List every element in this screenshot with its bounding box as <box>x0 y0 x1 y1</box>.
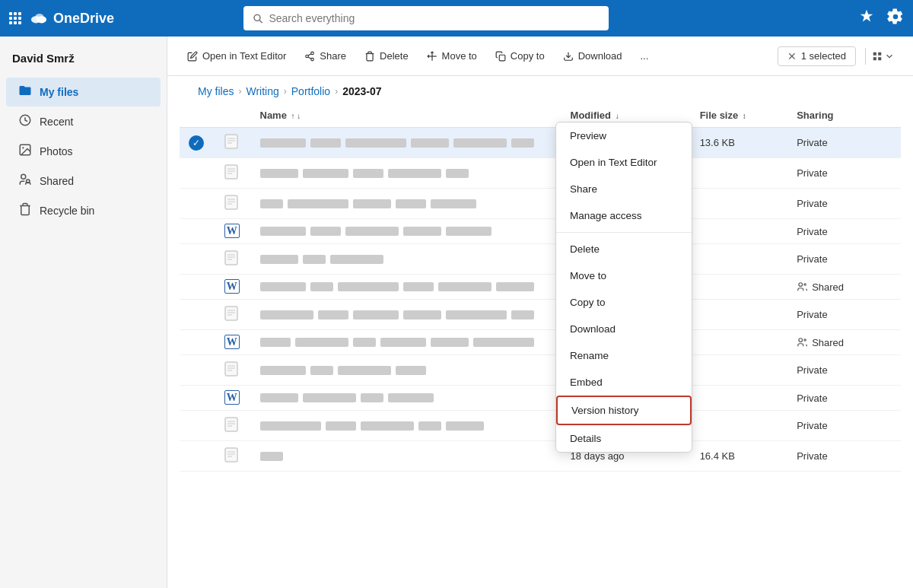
row-check[interactable] <box>180 275 215 300</box>
open-text-editor-button[interactable]: Open in Text Editor <box>180 46 294 66</box>
table-row[interactable]: Wxxxxxx19 hours agoShared <box>180 330 901 355</box>
file-name-text: x <box>330 255 383 264</box>
ctx-item-open-text-editor[interactable]: Open in Text Editor <box>556 149 692 176</box>
file-name-cell[interactable]: xxxxx <box>251 189 561 219</box>
sidebar-item-recycle-bin[interactable]: Recycle bin <box>6 196 161 225</box>
row-check[interactable] <box>180 219 215 244</box>
ctx-item-rename[interactable]: Rename <box>556 342 692 369</box>
sidebar-item-label: Shared <box>40 175 74 187</box>
ctx-divider <box>556 232 692 233</box>
svg-point-12 <box>311 58 314 61</box>
ctx-item-share[interactable]: Share <box>556 176 692 202</box>
file-sharing: Private <box>787 158 901 189</box>
ctx-item-version-history[interactable]: Version history <box>556 396 692 425</box>
download-button[interactable]: Download <box>555 46 630 66</box>
ctx-item-embed[interactable]: Embed <box>556 369 692 396</box>
file-name-cell[interactable]: x <box>251 441 561 472</box>
file-name-cell[interactable]: xxxx <box>251 386 561 411</box>
more-button[interactable]: ... <box>633 46 657 66</box>
table-row[interactable]: ✓xxxxxx19 days ago13.6 KBPrivate <box>180 128 901 158</box>
file-name-text: x <box>403 227 441 236</box>
row-check[interactable] <box>180 355 215 386</box>
file-name-text: x <box>318 310 348 319</box>
copy-to-button[interactable]: Copy to <box>488 46 552 66</box>
search-bar[interactable] <box>243 6 609 30</box>
waffle-menu-icon[interactable] <box>9 12 21 24</box>
sidebar-item-label: Recent <box>40 116 73 128</box>
table-row[interactable]: Wxxxx19 hours agoPrivate <box>180 386 901 411</box>
file-name-cell[interactable]: xxxx <box>251 355 561 386</box>
sidebar-item-recent[interactable]: Recent <box>6 107 161 136</box>
row-check[interactable] <box>180 441 215 472</box>
file-name-text: x <box>260 199 283 208</box>
shared-people-icon <box>797 281 807 292</box>
table-row[interactable]: xxxxxx16 days agoPrivate <box>180 300 901 330</box>
file-name-cell[interactable]: xxxxx <box>251 158 561 189</box>
row-check[interactable] <box>180 244 215 275</box>
table-row[interactable]: Wxxxxx21 days agoPrivate <box>180 219 901 244</box>
settings-icon[interactable] <box>887 8 904 29</box>
download-icon <box>563 51 574 62</box>
table-row[interactable]: Wxxxxxx19 hours agoShared <box>180 275 901 300</box>
row-check[interactable]: ✓ <box>180 128 215 158</box>
sidebar-item-shared[interactable]: Shared <box>6 167 161 195</box>
sidebar-item-my-files[interactable]: My files <box>6 78 161 106</box>
row-check[interactable] <box>180 158 215 189</box>
table-row[interactable]: xxxxx5 days agoPrivate <box>180 189 901 219</box>
edit-icon <box>187 51 198 62</box>
row-check[interactable] <box>180 330 215 355</box>
row-check[interactable] <box>180 189 215 219</box>
file-name-cell[interactable]: xxxxx <box>251 411 561 441</box>
ctx-item-manage-access[interactable]: Manage access <box>556 202 692 229</box>
file-size <box>691 411 788 441</box>
file-type-icon <box>215 355 251 386</box>
ctx-item-download[interactable]: Download <box>556 316 692 342</box>
file-name-text: x <box>260 310 313 319</box>
reward-icon[interactable] <box>858 8 875 29</box>
ctx-item-copy-to[interactable]: Copy to <box>556 289 692 316</box>
file-name-cell[interactable]: xxxxxx <box>251 330 561 355</box>
file-name-cell[interactable]: xxxxx <box>251 219 561 244</box>
file-size <box>691 189 788 219</box>
file-name-text: x <box>411 138 449 148</box>
file-name-text: x <box>511 310 534 319</box>
table-row[interactable]: xxx21 days agoPrivate <box>180 244 901 275</box>
search-input[interactable] <box>269 12 600 24</box>
file-name-cell[interactable]: xxx <box>251 244 561 275</box>
table-row[interactable]: xxxxx25 days agoPrivate <box>180 158 901 189</box>
file-name-cell[interactable]: xxxxxx <box>251 275 561 300</box>
row-check[interactable] <box>180 411 215 441</box>
view-toggle[interactable] <box>865 48 901 65</box>
svg-rect-47 <box>225 362 237 376</box>
file-name-text: x <box>511 138 534 148</box>
breadcrumb-writing[interactable]: Writing <box>246 85 278 97</box>
table-row[interactable]: x18 days ago16.4 KBPrivate <box>180 441 901 472</box>
sidebar-item-photos[interactable]: Photos <box>6 137 161 166</box>
file-name-cell[interactable]: xxxxxx <box>251 300 561 330</box>
table-row[interactable]: xxxxx7 days agoPrivate <box>180 411 901 441</box>
file-name-text: x <box>260 282 306 291</box>
delete-button[interactable]: Delete <box>357 46 416 66</box>
breadcrumb-portfolio[interactable]: Portfolio <box>291 85 330 97</box>
col-size-header[interactable]: File size ↕ <box>691 103 788 128</box>
col-sharing-header: Sharing <box>787 103 901 128</box>
table-row[interactable]: xxxx3 days agoPrivate <box>180 355 901 386</box>
svg-rect-55 <box>225 448 237 462</box>
ctx-item-move-to[interactable]: Move to <box>556 262 692 289</box>
breadcrumb-current: 2023-07 <box>342 85 381 97</box>
share-button[interactable]: Share <box>297 46 354 66</box>
svg-line-14 <box>308 53 311 55</box>
move-to-button[interactable]: Move to <box>419 46 485 66</box>
file-name-cell[interactable]: xxxxxx <box>251 128 561 158</box>
col-name-header[interactable]: Name ↑ ↓ <box>251 103 561 128</box>
file-name-text: x <box>431 338 469 347</box>
file-name-text: x <box>288 199 348 208</box>
row-check[interactable] <box>180 300 215 330</box>
clear-selection-button[interactable]: ✕ <box>787 50 797 62</box>
breadcrumb-my-files[interactable]: My files <box>198 85 234 97</box>
file-name-text: x <box>496 282 534 291</box>
row-check[interactable] <box>180 386 215 411</box>
ctx-item-delete[interactable]: Delete <box>556 236 692 262</box>
ctx-item-details[interactable]: Details <box>556 425 692 452</box>
ctx-item-preview[interactable]: Preview <box>556 122 692 149</box>
